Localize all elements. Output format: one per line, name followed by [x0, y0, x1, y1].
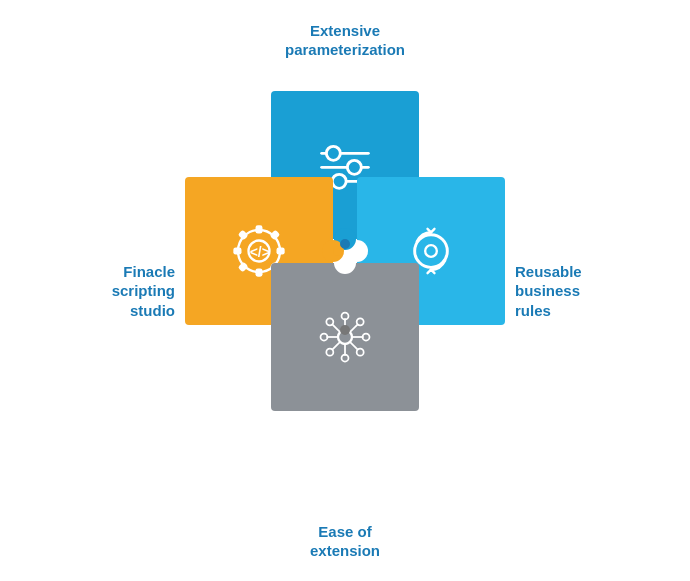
svg-rect-8: [256, 268, 263, 276]
extension-icon: [310, 302, 380, 372]
svg-line-28: [332, 323, 340, 331]
piece-extension: [271, 263, 419, 411]
connector-dot-vertical-bottom: [340, 325, 350, 335]
label-right: Reusable business rules: [515, 261, 625, 320]
svg-point-5: [332, 174, 346, 188]
svg-rect-9: [233, 247, 241, 254]
svg-line-30: [350, 323, 358, 331]
svg-line-34: [350, 341, 358, 349]
svg-point-18: [425, 245, 437, 257]
svg-rect-7: [256, 225, 263, 233]
label-bottom: Ease of extension: [265, 522, 425, 561]
svg-point-3: [347, 160, 361, 174]
svg-line-32: [332, 341, 340, 349]
svg-text:</>: </>: [250, 243, 270, 259]
label-top: Extensive parameterization: [265, 21, 425, 60]
diagram-container: Extensive parameterization Finacle scrip…: [65, 21, 625, 561]
svg-rect-12: [270, 229, 281, 240]
svg-point-31: [357, 318, 364, 325]
svg-rect-10: [277, 247, 285, 254]
svg-point-33: [326, 348, 333, 355]
svg-point-1: [326, 146, 340, 160]
puzzle-area: </>: [185, 91, 505, 471]
connector-dot-horizontal: [333, 246, 343, 256]
svg-rect-11: [238, 229, 249, 240]
svg-rect-13: [238, 261, 249, 272]
svg-point-35: [357, 348, 364, 355]
svg-point-29: [326, 318, 333, 325]
label-left: Finacle scripting studio: [65, 261, 175, 320]
